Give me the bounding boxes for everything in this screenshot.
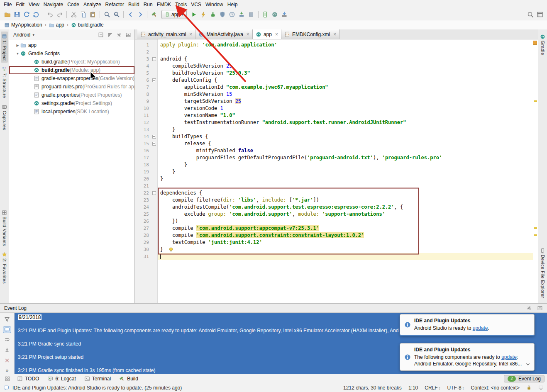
screen-reader-icon[interactable]	[538, 385, 544, 390]
sync-button[interactable]	[22, 10, 31, 19]
tab-emdkconfig-xml[interactable]: EMDKConfig.xml×	[281, 29, 339, 39]
code-editor[interactable]: 1apply plugin: 'com.android.application'…	[135, 39, 538, 303]
menu-file[interactable]: File	[2, 0, 14, 9]
cut-button[interactable]	[69, 10, 78, 19]
instant-run-button[interactable]	[199, 10, 208, 19]
notification-balloon-components[interactable]: IDE and Plugin Updates The following com…	[400, 343, 535, 371]
stop-button[interactable]	[247, 10, 256, 19]
tree-item-build-gradle-project-myapplication[interactable]: build.gradle (Project: MyApplication)	[9, 58, 134, 66]
back-button[interactable]	[126, 10, 135, 19]
run-button[interactable]	[189, 10, 199, 19]
find-button[interactable]	[102, 10, 112, 19]
undo-button[interactable]	[45, 10, 55, 19]
tool-window-button-event-log[interactable]: 2Event Log	[504, 375, 545, 382]
tool-button-gradle[interactable]: Gradle	[539, 32, 546, 57]
notification-balloon-update[interactable]: IDE and Plugin Updates Android Studio is…	[400, 314, 535, 336]
open-button[interactable]	[2, 10, 12, 19]
tool-button-2-favorites[interactable]: 2: Favorites	[1, 250, 8, 286]
warning-stripe-mark[interactable]	[534, 227, 537, 229]
clear-all-button[interactable]	[3, 357, 11, 364]
project-tree[interactable]: ▶app▼Gradle Scriptsbuild.gradle (Project…	[9, 40, 134, 303]
coverage-button[interactable]	[218, 10, 227, 19]
menu-run[interactable]: Run	[142, 0, 155, 9]
menu-refactor[interactable]: Refactor	[103, 0, 126, 9]
collapse-all-button[interactable]	[98, 32, 104, 38]
tool-window-button-6-logcat[interactable]: 6: Logcat	[44, 375, 79, 382]
line-ending-selector[interactable]: CRLF↕	[425, 385, 440, 391]
expand-notification-icon[interactable]	[525, 361, 531, 367]
hide-panel-button[interactable]	[537, 305, 543, 311]
tree-item-build-gradle-module-app[interactable]: build.gradle (Module: app)	[9, 66, 134, 74]
project-view-selector[interactable]: Android ▾	[12, 31, 36, 39]
tab-activity-main-xml[interactable]: activity_main.xml×	[137, 29, 195, 39]
breadcrumb-app[interactable]: app	[48, 22, 65, 28]
tree-item-settings-gradle-project-settings[interactable]: settings.gradle (Project Settings)	[9, 99, 134, 107]
tree-item-proguard-rules-pro-proguard-rules-for-app[interactable]: proguard-rules.pro (ProGuard Rules for a…	[9, 83, 134, 91]
caret-position-widget[interactable]: 1:10	[408, 385, 418, 391]
menu-build[interactable]: Build	[126, 0, 142, 9]
menu-view[interactable]: View	[27, 0, 42, 9]
filter-button[interactable]	[3, 316, 11, 323]
menu-help[interactable]: Help	[225, 0, 240, 9]
warning-stripe-mark[interactable]	[534, 100, 537, 102]
sort-button[interactable]	[107, 32, 113, 38]
attach-debugger-button[interactable]	[237, 10, 247, 19]
editor-scrollbar[interactable]	[533, 39, 538, 303]
tool-button-1-project[interactable]: 1: Project	[1, 32, 8, 63]
menu-window[interactable]: Window	[203, 0, 225, 9]
hide-panel-button[interactable]	[125, 32, 131, 38]
encoding-selector[interactable]: UTF-8↕	[447, 385, 464, 391]
menu-analyze[interactable]: Analyze	[81, 0, 103, 9]
fold-collapse-icon[interactable]	[152, 78, 156, 82]
menu-navigate[interactable]: Navigate	[42, 0, 65, 9]
fold-collapse-icon[interactable]	[152, 57, 156, 61]
close-tab-icon[interactable]: ×	[189, 32, 192, 37]
menu-tools[interactable]: Tools	[173, 0, 189, 9]
paste-button[interactable]	[88, 10, 98, 19]
menu-emdk[interactable]: EMDK	[155, 0, 173, 9]
redo-button[interactable]	[55, 10, 64, 19]
close-tab-icon[interactable]: ×	[275, 32, 278, 37]
chevron-down-icon[interactable]: ▼	[15, 52, 20, 56]
refresh-button[interactable]	[31, 10, 41, 19]
overflow-actions-button[interactable]: »	[3, 367, 11, 374]
update-link[interactable]: update	[473, 325, 488, 331]
tree-item-gradle-wrapper-properties-gradle-version[interactable]: gradle-wrapper.properties (Gradle Versio…	[9, 74, 134, 83]
tree-item-app[interactable]: ▶app	[9, 41, 134, 49]
replace-button[interactable]	[112, 10, 121, 19]
profiler-button[interactable]	[227, 10, 237, 19]
compile-button[interactable]	[149, 10, 159, 19]
scroll-to-end-button[interactable]	[3, 347, 11, 353]
soft-wrap-button[interactable]	[3, 337, 11, 343]
tool-window-button-build[interactable]: Build	[116, 375, 142, 382]
warning-stripe-mark[interactable]	[534, 234, 537, 236]
tool-windows-button[interactable]	[535, 10, 545, 19]
forward-button[interactable]	[135, 10, 145, 19]
tool-button-build-variants[interactable]: Build Variants	[1, 208, 8, 248]
close-tab-icon[interactable]: ×	[247, 32, 249, 37]
fold-collapse-icon[interactable]	[152, 191, 156, 195]
sdk-manager-button[interactable]	[280, 10, 289, 19]
fold-collapse-icon[interactable]	[152, 135, 156, 139]
context-widget[interactable]: Context: <no context>	[471, 385, 520, 391]
tab-mainactivity-java[interactable]: CMainActivity.java×	[195, 29, 253, 39]
intention-bulb-icon[interactable]	[168, 247, 174, 253]
tool-window-button-todo[interactable]: TODO	[14, 375, 42, 382]
close-tab-icon[interactable]: ×	[333, 32, 336, 37]
tree-item-gradle-scripts[interactable]: ▼Gradle Scripts	[9, 49, 134, 58]
breadcrumb-build-gradle[interactable]: build.gradle	[70, 22, 105, 28]
update-link[interactable]: update	[501, 354, 517, 360]
chevron-right-icon[interactable]: ▶	[15, 44, 20, 47]
debug-button[interactable]	[208, 10, 218, 19]
notification-icon[interactable]	[3, 385, 9, 391]
gear-button[interactable]	[116, 32, 122, 38]
tree-item-gradle-properties-project-properties[interactable]: gradle.properties (Project Properties)	[9, 91, 134, 99]
run-configuration-combo[interactable]: app▾	[161, 10, 187, 19]
tool-button-device-file-explorer[interactable]: Device File Explorer	[539, 246, 546, 300]
tool-window-switcher-button[interactable]	[2, 374, 12, 383]
lock-icon[interactable]	[526, 385, 532, 390]
copy-button[interactable]	[78, 10, 88, 19]
gear-button[interactable]	[526, 305, 532, 311]
menu-vcs[interactable]: VCS	[189, 0, 203, 9]
tool-button-captures[interactable]: Captures	[1, 102, 8, 132]
